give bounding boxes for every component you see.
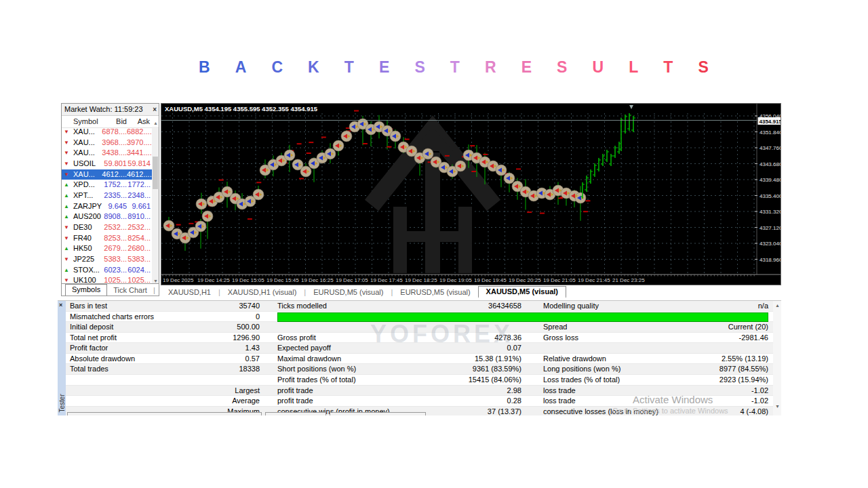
down-arrow-icon: ▼	[64, 138, 69, 148]
market-watch-scrollbar[interactable]	[152, 127, 159, 286]
results-row[interactable]: Profit factor1.43Expected payoff0.07	[66, 343, 773, 354]
market-watch-row[interactable]: ▲XPD...1752...1772...	[62, 180, 152, 190]
market-watch-row[interactable]: ▲HK502679...2680...	[62, 243, 152, 254]
title-letter: S	[698, 58, 708, 77]
bid-cell: 3968....	[96, 138, 127, 148]
column-bid[interactable]: Bid	[96, 116, 127, 127]
down-arrow-icon: ▼	[64, 169, 69, 180]
bid-cell: 8908...	[96, 211, 127, 222]
results-row[interactable]: Absolute drawdown0.57Maximal drawdown15.…	[66, 354, 773, 365]
market-watch-row[interactable]: ▼JP2255383...5383...	[62, 254, 152, 265]
market-watch-row[interactable]: ▲XPT...2335...2348...	[62, 190, 152, 201]
svg-text:21 Dec 23:25: 21 Dec 23:25	[612, 277, 645, 283]
metric-value: Current (20)	[608, 322, 768, 332]
metric-value: -2981.46	[608, 333, 768, 343]
column-ask[interactable]: Ask	[127, 116, 150, 127]
ask-cell: 59.814	[127, 159, 151, 169]
column-symbol[interactable]: Symbol	[73, 116, 98, 127]
results-row[interactable]: Total net profit1296.90Gross profit4278.…	[66, 333, 773, 344]
bid-cell: 9.645	[96, 201, 127, 212]
bid-cell: 5383...	[96, 254, 127, 265]
svg-text:4327.120: 4327.120	[760, 225, 781, 231]
scrollbar-thumb[interactable]	[153, 157, 158, 189]
metric-label: Ticks modelled	[277, 301, 327, 311]
metric-label: Modelling quality	[543, 301, 599, 311]
close-icon[interactable]: ×	[153, 104, 157, 115]
market-watch-row[interactable]: ▼USOIL59.80159.814	[62, 159, 152, 169]
bid-cell: 2335...	[96, 190, 127, 201]
ask-cell: 2532...	[127, 222, 151, 233]
chart-tab[interactable]: EURUSD,M5 (visual)	[393, 288, 477, 296]
chart-tab[interactable]: XAUUSD,H1 (visual)	[220, 288, 304, 296]
metric-value: 500.00	[127, 322, 260, 332]
metric-label: Profit factor	[70, 343, 108, 353]
metric-label: profit trade	[277, 396, 313, 406]
market-watch-row[interactable]: ▼XAU...6878....6882....	[62, 127, 152, 138]
bid-cell: 1752...	[96, 180, 127, 190]
metric-label: profit trade	[277, 386, 313, 396]
tester-bottom-tab[interactable]	[265, 412, 326, 415]
symbol-cell: HK50	[73, 243, 92, 254]
results-row[interactable]: Bars in test35740Ticks modelled36434658M…	[66, 301, 773, 312]
tester-bottom-tab[interactable]	[67, 412, 262, 415]
market-watch-row[interactable]: ▼XAU...4612....4612....	[62, 169, 152, 180]
chart-tab[interactable]: XAUUSD,H1	[161, 288, 218, 296]
svg-text:19 Dec 15:45: 19 Dec 15:45	[267, 277, 299, 283]
title-letter: K	[308, 58, 319, 77]
svg-text:19 Dec 18:25: 19 Dec 18:25	[405, 277, 437, 283]
metric-label: Total net profit	[70, 333, 117, 343]
ask-cell: 8910...	[127, 211, 151, 222]
tab-separator: |	[153, 286, 155, 294]
metric-value: 2923 (15.94%)	[608, 375, 768, 385]
market-watch-row[interactable]: ▼DE302532...2532...	[62, 222, 152, 233]
ask-cell: 8254...	[127, 233, 151, 244]
symbol-cell: XAU...	[73, 169, 95, 180]
symbol-cell: XAU...	[73, 148, 95, 159]
up-arrow-icon: ▲	[64, 211, 69, 222]
market-watch-row[interactable]: ▼FR408253...8254...	[62, 233, 152, 244]
results-row[interactable]: Initial deposit500.00SpreadCurrent (20)	[66, 322, 773, 333]
bid-cell: 6878....	[96, 127, 127, 138]
market-watch-row[interactable]: ▼XAU...3968....3970....	[62, 138, 152, 148]
svg-text:4323.040: 4323.040	[760, 241, 781, 247]
results-row[interactable]: Profit trades (% of total)15415 (84.06%)…	[66, 375, 773, 386]
logo-watermark	[372, 127, 494, 273]
price-chart[interactable]: 4356.0404351.8404347.7604343.6804339.480…	[161, 103, 781, 285]
ask-cell: 3441....	[127, 148, 151, 159]
ask-cell: 1772...	[127, 180, 151, 190]
results-row[interactable]: Total trades18338Short positions (won %)…	[66, 364, 773, 375]
tester-bottom-tab[interactable]	[330, 412, 426, 415]
results-row[interactable]: Mismatched charts errors0	[66, 312, 773, 323]
scroll-down-icon[interactable]: ▼	[153, 279, 158, 283]
scroll-down-icon[interactable]: ▼	[775, 404, 780, 409]
tab-symbols[interactable]: Symbols	[65, 284, 107, 296]
results-scrollbar[interactable]: ▲ ▼	[773, 301, 781, 415]
market-watch-title: Market Watch: 11:59:23	[64, 105, 143, 113]
market-watch-row[interactable]: ▼XAU...3438....3441....	[62, 148, 152, 159]
svg-text:19 Dec 21:05: 19 Dec 21:05	[543, 277, 576, 283]
svg-text:4339.480: 4339.480	[760, 177, 781, 183]
market-watch-row[interactable]: ▲AUS2008908...8910...	[62, 211, 152, 222]
title-letter: E	[521, 58, 532, 77]
svg-text:19 Dec 16:25: 19 Dec 16:25	[301, 277, 334, 283]
symbol-cell: JP225	[73, 254, 94, 265]
tab-tick-chart[interactable]: Tick Chart	[107, 286, 153, 294]
title-letter: B	[199, 58, 210, 77]
chart-tab[interactable]: XAUUSD,M5 (visual)	[478, 286, 566, 298]
close-icon[interactable]: ×	[59, 302, 62, 308]
chart-tab-bar: XAUUSD,H1|XAUUSD,H1 (visual)|EURUSD,M5 (…	[161, 286, 781, 298]
svg-text:19 Dec 17:45: 19 Dec 17:45	[370, 277, 403, 283]
metric-label: Maximal drawdown	[277, 354, 341, 364]
metric-value: 1296.90	[127, 333, 260, 343]
market-watch-row[interactable]: ▲STOX...6023...6024...	[62, 265, 152, 276]
metric-label: Profit trades (% of total)	[277, 375, 356, 385]
chart-tab[interactable]: EURUSD,M5 (visual)	[306, 288, 391, 296]
market-watch-row[interactable]: ▲ZARJPY9.6459.661	[62, 201, 152, 212]
page-title: BACKTESTRESULTS	[199, 57, 709, 77]
metric-value: 1.43	[127, 343, 260, 353]
metric-value: 9361 (83.59%)	[357, 364, 521, 374]
symbol-cell: FR40	[73, 233, 92, 244]
svg-text:19 Dec 19:45: 19 Dec 19:45	[474, 277, 507, 283]
metric-label: Initial deposit	[70, 322, 113, 332]
scroll-up-icon[interactable]: ▲	[775, 303, 780, 308]
